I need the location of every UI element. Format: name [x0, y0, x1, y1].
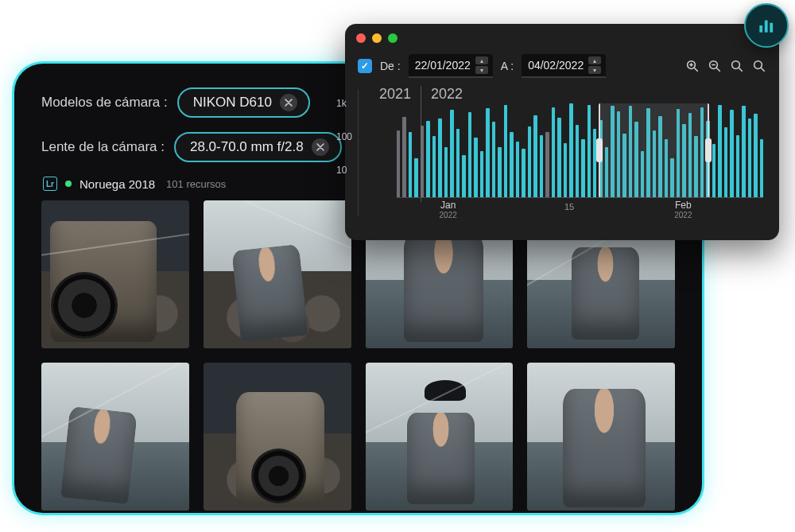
- histogram-bar[interactable]: [444, 147, 448, 197]
- timeline-window: ✓ De : 22/01/2022 ▴▾ A : 04/02/2022 ▴▾ 2…: [345, 24, 779, 240]
- zoom-reset-icon[interactable]: [752, 59, 766, 73]
- thumbnail[interactable]: [41, 200, 189, 348]
- histogram-bar[interactable]: [748, 118, 751, 197]
- date-to-input[interactable]: 04/02/2022 ▴▾: [522, 54, 606, 78]
- histogram-bar[interactable]: [468, 112, 471, 197]
- histogram-bar[interactable]: [706, 121, 709, 197]
- x-axis: Jan2022Feb202215: [397, 197, 763, 216]
- thumbnail[interactable]: [204, 200, 351, 348]
- histogram-bar[interactable]: [724, 127, 727, 197]
- histogram-bar[interactable]: [528, 126, 531, 197]
- histogram-bar[interactable]: [634, 122, 638, 197]
- histogram-bar[interactable]: [688, 113, 692, 197]
- stepper-icon[interactable]: ▴▾: [588, 56, 601, 74]
- histogram-bar[interactable]: [545, 132, 549, 197]
- svg-point-9: [754, 61, 762, 69]
- timeline-toolbar: ✓ De : 22/01/2022 ▴▾ A : 04/02/2022 ▴▾: [358, 54, 766, 78]
- histogram-bar[interactable]: [480, 151, 483, 197]
- svg-line-8: [739, 68, 743, 72]
- histogram-bar[interactable]: [421, 126, 424, 198]
- histogram-bar[interactable]: [552, 107, 555, 197]
- timeline-chart[interactable]: 2021 2022 Jan2022Feb202215 1k10010: [358, 89, 766, 216]
- histogram-bar[interactable]: [564, 143, 567, 197]
- histogram-bar[interactable]: [712, 144, 716, 197]
- histogram-bar[interactable]: [498, 147, 501, 197]
- histogram-bar[interactable]: [557, 118, 560, 197]
- histogram-bar[interactable]: [593, 129, 596, 197]
- histogram-bar[interactable]: [646, 108, 650, 197]
- collection-count: 101 recursos: [166, 178, 226, 190]
- window-zoom-icon[interactable]: [388, 33, 398, 43]
- histogram-bar[interactable]: [397, 130, 400, 197]
- y-tick: 10: [336, 165, 347, 176]
- histogram-bar[interactable]: [629, 106, 632, 197]
- close-icon[interactable]: [312, 138, 329, 156]
- window-controls: [356, 33, 398, 43]
- thumbnail[interactable]: [41, 363, 189, 511]
- histogram-bar[interactable]: [414, 158, 417, 197]
- histogram-bar[interactable]: [402, 117, 405, 197]
- histogram-bar[interactable]: [700, 107, 704, 197]
- histogram-bar[interactable]: [658, 116, 661, 197]
- histogram-bar[interactable]: [576, 125, 579, 197]
- histogram-bar[interactable]: [540, 135, 543, 197]
- histogram-bar[interactable]: [486, 108, 489, 197]
- histogram-bar[interactable]: [742, 106, 745, 197]
- histogram-bar[interactable]: [533, 115, 537, 197]
- date-filter-checkbox[interactable]: ✓: [358, 59, 372, 73]
- histogram-bar[interactable]: [736, 135, 739, 197]
- filter-chip-lens[interactable]: 28.0-70.0 mm f/2.8: [174, 132, 342, 162]
- histogram-bar[interactable]: [641, 151, 644, 197]
- stepper-icon[interactable]: ▴▾: [475, 56, 488, 74]
- histogram-bar[interactable]: [599, 120, 602, 197]
- zoom-in-icon[interactable]: [685, 59, 700, 73]
- histogram-bars[interactable]: [397, 103, 763, 197]
- stats-fab[interactable]: [744, 3, 789, 48]
- histogram-bar[interactable]: [605, 147, 608, 197]
- thumbnail[interactable]: [527, 363, 675, 511]
- histogram-bar[interactable]: [760, 139, 763, 197]
- histogram-bar[interactable]: [581, 139, 584, 197]
- histogram-bar[interactable]: [456, 129, 460, 197]
- histogram-bar[interactable]: [622, 134, 626, 197]
- filter-chip-camera-model[interactable]: NIKON D610: [177, 87, 310, 118]
- histogram-bar[interactable]: [432, 136, 436, 197]
- date-to-value: 04/02/2022: [528, 59, 584, 72]
- histogram-bar[interactable]: [617, 111, 620, 197]
- histogram-bar[interactable]: [677, 109, 680, 197]
- histogram-bar[interactable]: [492, 122, 495, 197]
- status-dot-icon: [65, 181, 72, 187]
- histogram-bar[interactable]: [569, 103, 572, 197]
- histogram-bar[interactable]: [522, 149, 525, 197]
- histogram-bar[interactable]: [462, 155, 465, 197]
- histogram-bar[interactable]: [670, 158, 673, 197]
- histogram-bar[interactable]: [516, 142, 519, 197]
- histogram-bar[interactable]: [694, 136, 697, 197]
- histogram-bar[interactable]: [682, 124, 685, 197]
- histogram-bar[interactable]: [665, 139, 668, 197]
- thumbnail[interactable]: [366, 363, 514, 511]
- histogram-bar[interactable]: [504, 105, 507, 197]
- window-close-icon[interactable]: [356, 33, 366, 43]
- histogram-bar[interactable]: [653, 130, 656, 197]
- date-from-input[interactable]: 22/01/2022 ▴▾: [409, 54, 493, 78]
- collection-name: Noruega 2018: [80, 177, 155, 191]
- histogram-bar[interactable]: [611, 106, 614, 197]
- histogram-bar[interactable]: [718, 105, 721, 197]
- svg-rect-11: [759, 25, 762, 33]
- close-icon[interactable]: [280, 94, 297, 111]
- histogram-bar[interactable]: [474, 138, 477, 197]
- histogram-bar[interactable]: [438, 118, 441, 197]
- window-minimize-icon[interactable]: [372, 33, 382, 43]
- histogram-bar[interactable]: [588, 105, 591, 197]
- histogram-bar[interactable]: [730, 110, 733, 197]
- histogram-bar[interactable]: [426, 121, 429, 197]
- histogram-bar[interactable]: [510, 132, 513, 197]
- zoom-fit-icon[interactable]: [730, 59, 744, 73]
- histogram-bar[interactable]: [409, 132, 412, 197]
- y-tick: 100: [336, 131, 352, 142]
- histogram-bar[interactable]: [450, 110, 453, 197]
- histogram-bar[interactable]: [754, 114, 757, 197]
- zoom-out-icon[interactable]: [708, 59, 722, 73]
- thumbnail[interactable]: [204, 363, 351, 511]
